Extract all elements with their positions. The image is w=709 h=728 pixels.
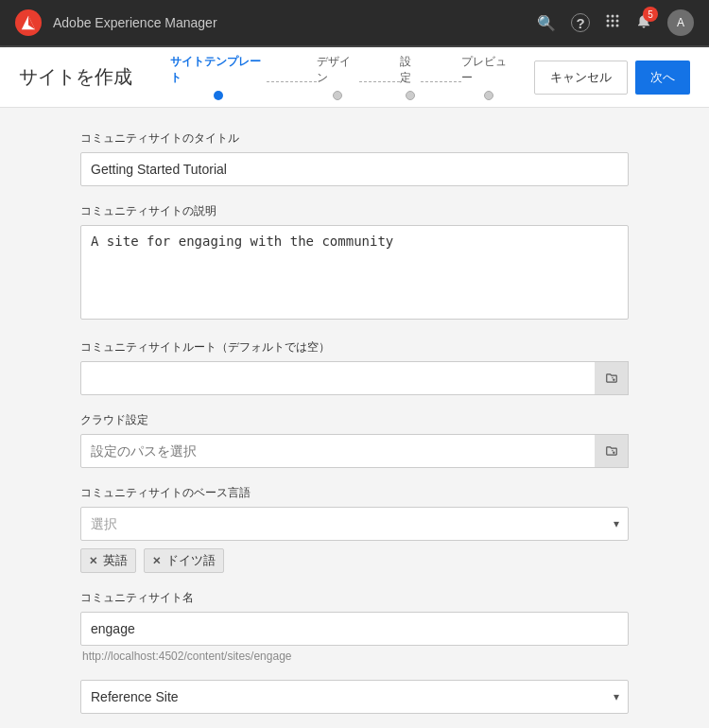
site-description-label: コミュニティサイトの説明	[80, 203, 629, 219]
base-language-group: コミュニティサイトのベース言語 選択 英語 ドイツ語 ▾ ✕ 英語 ✕ ドイツ語	[80, 485, 629, 573]
user-avatar[interactable]: A	[667, 9, 694, 36]
step-site-template: サイトテンプレート	[170, 54, 267, 100]
site-description-textarea[interactable]	[80, 225, 629, 320]
step-dot-design	[333, 91, 342, 100]
top-bar: Adobe Experience Manager 🔍 ? 5 A	[0, 0, 709, 45]
wizard-steps: サイトテンプレート デザイン 設定 プレビュー	[170, 54, 515, 100]
help-icon[interactable]: ?	[571, 13, 590, 32]
step-label-settings: 設定	[400, 54, 422, 86]
site-description-group: コミュニティサイトの説明	[80, 203, 629, 322]
site-root-input[interactable]	[80, 361, 629, 395]
notifications-icon[interactable]: 5	[635, 12, 652, 33]
site-name-label: コミュニティサイト名	[80, 590, 629, 606]
site-root-browse-button[interactable]	[595, 361, 629, 395]
adobe-logo	[15, 9, 42, 36]
step-line-3	[421, 81, 461, 82]
reference-site-select[interactable]: Reference Site Option 2 Option 3	[80, 680, 629, 714]
svg-point-11	[613, 379, 614, 381]
app-title: Adobe Experience Manager	[53, 15, 537, 30]
wizard-title: サイトを作成	[19, 64, 132, 90]
wizard-buttons: キャンセル 次へ	[534, 61, 690, 95]
site-root-input-wrapper	[80, 361, 629, 395]
notification-badge: 5	[643, 7, 658, 22]
site-title-group: コミュニティサイトのタイトル	[80, 130, 629, 186]
site-name-input[interactable]	[80, 612, 629, 646]
svg-point-7	[616, 20, 619, 23]
tag-english: ✕ 英語	[80, 548, 136, 573]
svg-point-8	[607, 25, 610, 27]
site-title-input[interactable]	[80, 152, 629, 186]
step-dot-settings	[406, 91, 415, 100]
site-root-group: コミュニティサイトルート（デフォルトでは空）	[80, 339, 629, 395]
step-dot-template	[214, 91, 223, 100]
step-label-template: サイトテンプレート	[170, 54, 267, 86]
svg-point-4	[616, 15, 619, 18]
form-container: コミュニティサイトのタイトル コミュニティサイトの説明 コミュニティサイトルート…	[80, 130, 629, 728]
cloud-settings-label: クラウド設定	[80, 412, 629, 428]
cloud-settings-group: クラウド設定	[80, 412, 629, 468]
site-name-group: コミュニティサイト名 http://localhost:4502/content…	[80, 590, 629, 663]
step-line-2	[359, 81, 400, 82]
reference-site-select-wrapper: Reference Site Option 2 Option 3 ▾	[80, 680, 629, 714]
svg-point-2	[607, 15, 610, 18]
tag-german: ✕ ドイツ語	[144, 548, 224, 573]
tag-german-remove[interactable]: ✕	[152, 555, 161, 567]
step-line-1	[267, 81, 316, 82]
next-button[interactable]: 次へ	[635, 61, 690, 95]
svg-point-6	[612, 20, 614, 23]
cloud-settings-input-wrapper	[80, 434, 629, 468]
step-dot-preview	[484, 91, 493, 100]
step-design: デザイン	[317, 54, 360, 100]
site-root-label: コミュニティサイトルート（デフォルトでは空）	[80, 339, 629, 355]
site-title-label: コミュニティサイトのタイトル	[80, 130, 629, 147]
tag-english-remove[interactable]: ✕	[89, 555, 97, 567]
svg-point-5	[607, 20, 610, 23]
cloud-settings-input[interactable]	[80, 434, 629, 468]
main-content: コミュニティサイトのタイトル コミュニティサイトの説明 コミュニティサイトルート…	[0, 108, 709, 728]
step-settings: 設定	[400, 54, 422, 100]
search-icon[interactable]: 🔍	[537, 14, 556, 32]
svg-point-12	[613, 452, 614, 454]
site-url-hint: http://localhost:4502/content/sites/enga…	[80, 650, 629, 663]
svg-point-3	[612, 15, 614, 18]
step-label-design: デザイン	[317, 54, 360, 86]
step-preview: プレビュー	[461, 54, 515, 100]
tag-english-label: 英語	[103, 552, 128, 569]
cancel-button[interactable]: キャンセル	[534, 61, 628, 95]
reference-site-group: Reference Site Option 2 Option 3 ▾	[80, 680, 629, 714]
tag-german-label: ドイツ語	[166, 552, 216, 569]
base-language-select[interactable]: 選択 英語 ドイツ語	[80, 507, 629, 541]
step-label-preview: プレビュー	[461, 54, 515, 86]
base-language-label: コミュニティサイトのベース言語	[80, 485, 629, 501]
base-language-select-wrapper: 選択 英語 ドイツ語 ▾	[80, 507, 629, 541]
language-tags: ✕ 英語 ✕ ドイツ語	[80, 548, 629, 573]
cloud-settings-browse-button[interactable]	[595, 434, 629, 468]
wizard-header: サイトを作成 サイトテンプレート デザイン 設定 プレビュー	[0, 47, 709, 108]
apps-icon[interactable]	[605, 13, 620, 32]
svg-point-9	[612, 25, 614, 27]
top-bar-icons: 🔍 ? 5 A	[537, 9, 694, 36]
svg-point-10	[616, 25, 619, 27]
